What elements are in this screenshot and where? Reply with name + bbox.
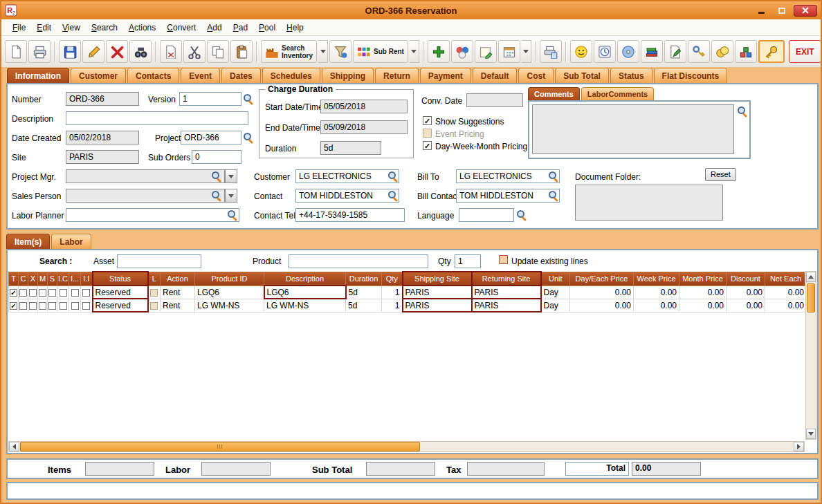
- edit-button[interactable]: [82, 40, 104, 63]
- checkbox[interactable]: [39, 289, 46, 297]
- tab-cost[interactable]: Cost: [518, 68, 554, 83]
- history-button[interactable]: [594, 40, 616, 63]
- menu-pool[interactable]: Pool: [253, 20, 281, 35]
- asset-search-input[interactable]: [117, 254, 201, 268]
- vertical-scrollbar[interactable]: [805, 271, 816, 440]
- cell-x[interactable]: [28, 286, 38, 299]
- cell-week-price[interactable]: 0.00: [634, 286, 679, 299]
- show-suggestions-checkbox[interactable]: ✓: [423, 116, 432, 125]
- cell-month-price[interactable]: 0.00: [679, 299, 727, 312]
- customer-search-icon[interactable]: [387, 171, 399, 182]
- cell-x[interactable]: [28, 299, 38, 312]
- horizontal-scrollbar[interactable]: [8, 441, 805, 452]
- cell-c[interactable]: [19, 286, 28, 299]
- tab-payment[interactable]: Payment: [420, 68, 471, 83]
- cell-discount[interactable]: 0.00: [727, 299, 765, 312]
- menu-edit[interactable]: Edit: [31, 20, 57, 35]
- cell-qty[interactable]: 1: [382, 286, 403, 299]
- cell-action[interactable]: Rent: [161, 286, 195, 299]
- scroll-right-button[interactable]: [794, 442, 804, 451]
- save-button[interactable]: [59, 40, 81, 63]
- scroll-left-button[interactable]: [9, 442, 19, 451]
- tab-event[interactable]: Event: [181, 68, 220, 83]
- version-search-icon[interactable]: [243, 93, 254, 104]
- number-field[interactable]: [66, 92, 139, 106]
- cell-duration[interactable]: 5d: [346, 299, 382, 312]
- tab-labor[interactable]: Labor: [51, 234, 91, 249]
- cell-net-each[interactable]: 0.00: [765, 286, 805, 299]
- menu-convert[interactable]: Convert: [161, 20, 201, 35]
- checkbox[interactable]: [39, 302, 46, 310]
- calendar-dropdown[interactable]: [522, 40, 531, 63]
- labor-planner-search-icon[interactable]: [227, 209, 238, 221]
- cell-s[interactable]: [48, 286, 57, 299]
- cell-discount[interactable]: 0.00: [727, 286, 765, 299]
- start-date-field[interactable]: [320, 100, 408, 113]
- cell-description[interactable]: LG WM-NS: [264, 299, 346, 312]
- checkbox[interactable]: [48, 302, 56, 310]
- project-search-icon[interactable]: [243, 132, 254, 143]
- cell-shipping-site[interactable]: PARIS: [403, 299, 472, 312]
- update-existing-checkbox[interactable]: [499, 255, 508, 264]
- duration-field[interactable]: [320, 141, 381, 155]
- print-button[interactable]: [28, 40, 51, 63]
- comments-search-icon[interactable]: [737, 106, 748, 117]
- menu-pad[interactable]: Pad: [228, 20, 253, 35]
- new-document-button[interactable]: [5, 40, 27, 63]
- cell-day-each-price[interactable]: 0.00: [570, 286, 634, 299]
- cell-net-each[interactable]: 0.00: [765, 299, 805, 312]
- sales-person-search-icon[interactable]: [211, 190, 222, 201]
- cell-ic[interactable]: [57, 299, 69, 312]
- calendar-button[interactable]: [498, 40, 520, 63]
- cell-t[interactable]: ✓: [9, 299, 19, 312]
- customer-service-button[interactable]: [570, 40, 592, 63]
- comments-textarea[interactable]: [532, 104, 734, 154]
- notes-button[interactable]: [475, 40, 497, 63]
- sales-person-field[interactable]: [66, 189, 225, 203]
- cell-shipping-site[interactable]: PARIS: [403, 286, 472, 299]
- vertical-scroll-thumb[interactable]: [807, 283, 815, 312]
- sub-rent-dropdown[interactable]: [410, 40, 419, 63]
- cell-ii[interactable]: [81, 286, 93, 299]
- customer-field[interactable]: [295, 169, 399, 183]
- tab-contacts[interactable]: Contacts: [127, 68, 179, 83]
- scroll-up-button[interactable]: [806, 272, 816, 282]
- cell-i2[interactable]: [69, 286, 81, 299]
- cell-qty[interactable]: 1: [382, 299, 403, 312]
- tab-dates[interactable]: Dates: [221, 68, 261, 83]
- project-mgr-search-icon[interactable]: [211, 171, 222, 182]
- tab-default[interactable]: Default: [473, 68, 518, 83]
- project-mgr-field[interactable]: [66, 169, 225, 183]
- product-search-input[interactable]: [289, 254, 428, 268]
- tab-return[interactable]: Return: [375, 68, 419, 83]
- tab-information[interactable]: Information: [7, 68, 69, 83]
- labor-planner-field[interactable]: [66, 208, 239, 222]
- scroll-down-button[interactable]: [806, 429, 816, 439]
- menu-file[interactable]: File: [7, 20, 31, 35]
- cell-l[interactable]: [148, 286, 161, 299]
- description-field[interactable]: [66, 111, 248, 125]
- bill-to-field[interactable]: [456, 169, 560, 183]
- security-key-button[interactable]: [688, 40, 710, 63]
- paste-button[interactable]: [230, 40, 253, 63]
- cell-week-price[interactable]: 0.00: [634, 299, 679, 312]
- site-field[interactable]: [66, 150, 139, 164]
- checkbox[interactable]: [19, 289, 27, 297]
- tab-status[interactable]: Status: [610, 68, 652, 83]
- bill-contact-field[interactable]: [456, 189, 560, 203]
- cell-l[interactable]: [148, 299, 161, 312]
- menu-search[interactable]: Search: [86, 20, 123, 35]
- add-button[interactable]: [428, 40, 450, 63]
- edit-document-button[interactable]: [664, 40, 686, 63]
- document-folder-textarea[interactable]: [575, 185, 723, 221]
- language-field[interactable]: [459, 208, 514, 222]
- unlock-button[interactable]: [758, 40, 785, 63]
- checkbox[interactable]: [19, 302, 27, 310]
- cut-button[interactable]: [183, 40, 206, 63]
- find-button[interactable]: [129, 40, 152, 63]
- cell-returning-site[interactable]: PARIS: [472, 286, 541, 299]
- cut-line-button[interactable]: [160, 40, 182, 63]
- checkbox[interactable]: [82, 289, 90, 297]
- exit-button[interactable]: EXIT: [789, 40, 821, 63]
- date-created-field[interactable]: [66, 131, 139, 144]
